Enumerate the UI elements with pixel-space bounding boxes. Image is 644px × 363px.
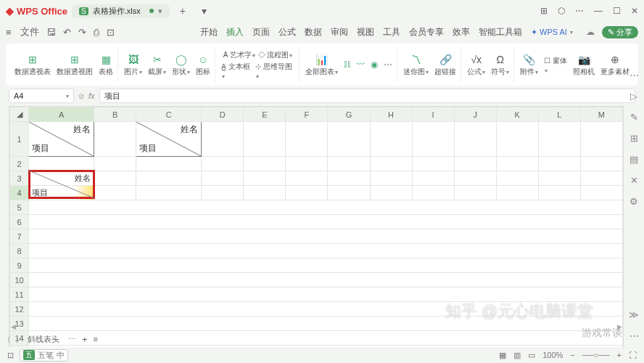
shapes-button[interactable]: ◯形状▾: [172, 53, 190, 77]
scroll-left-icon[interactable]: ◀: [9, 323, 17, 330]
cell[interactable]: [286, 186, 328, 200]
ime-indicator[interactable]: 五 五笔 中: [20, 349, 68, 362]
cell[interactable]: [286, 122, 328, 157]
menu-start[interactable]: 开始: [200, 26, 218, 38]
cell[interactable]: [29, 215, 623, 229]
cell[interactable]: [29, 200, 623, 215]
row-header-2[interactable]: 2: [10, 157, 29, 171]
zoom-out-icon[interactable]: −: [570, 351, 574, 359]
maximize-icon[interactable]: ☐: [613, 6, 621, 16]
row-header-3[interactable]: 3: [10, 171, 29, 186]
preview-icon[interactable]: ⊡: [107, 27, 115, 38]
hyperlink-button[interactable]: 🔗超链接: [434, 53, 456, 77]
file-menu[interactable]: 文件: [20, 25, 39, 38]
cell[interactable]: [580, 171, 622, 186]
print-icon[interactable]: ⎙: [94, 27, 99, 38]
cell-A3[interactable]: 姓名: [29, 171, 94, 186]
cell[interactable]: [412, 122, 454, 157]
close-icon[interactable]: ✕: [631, 6, 638, 16]
menu-insert[interactable]: 插入: [226, 26, 244, 38]
add-sheet-button[interactable]: +: [82, 334, 88, 345]
save-icon[interactable]: 🖫: [46, 27, 56, 38]
row-header-11[interactable]: 11: [10, 287, 29, 302]
menu-efficiency[interactable]: 效率: [453, 26, 470, 38]
menu-smart-toolbox[interactable]: 智能工具箱: [479, 26, 522, 38]
new-tab-button[interactable]: +: [174, 5, 191, 17]
cell[interactable]: [412, 157, 454, 171]
col-header-M[interactable]: M: [580, 107, 622, 122]
cell[interactable]: [202, 171, 244, 186]
col-header-H[interactable]: H: [370, 107, 412, 122]
cell[interactable]: [29, 157, 94, 171]
hamburger-icon[interactable]: ≡: [6, 27, 12, 38]
undo-icon[interactable]: ↶: [63, 27, 71, 38]
cell[interactable]: [328, 186, 370, 200]
view-normal-icon[interactable]: ▦: [499, 351, 506, 360]
cell[interactable]: [580, 157, 622, 171]
cell[interactable]: [29, 229, 623, 244]
view-page-icon[interactable]: ▥: [513, 351, 521, 360]
cell[interactable]: [29, 287, 623, 302]
col-header-D[interactable]: D: [202, 107, 244, 122]
textbox-button[interactable]: A̲ 文本框▾: [221, 62, 252, 80]
scroll-right-icon[interactable]: ▶: [615, 323, 624, 330]
share-button[interactable]: ✎ 分享: [602, 26, 638, 38]
cell[interactable]: [202, 157, 244, 171]
status-mode-icon[interactable]: ⊡: [7, 351, 14, 360]
cell[interactable]: [94, 171, 136, 186]
row-header-1[interactable]: 1: [10, 122, 29, 157]
cell[interactable]: [496, 157, 538, 171]
redo-icon[interactable]: ↷: [78, 27, 86, 38]
tab-dropdown-icon[interactable]: ▾: [158, 7, 162, 16]
rail-settings-icon[interactable]: ⚙: [629, 196, 638, 207]
cell[interactable]: [136, 157, 202, 171]
zoom-in-icon[interactable]: +: [617, 351, 622, 359]
chart-bar-icon[interactable]: 𝕀𝕝: [344, 60, 350, 70]
sheet-next-icon[interactable]: ⟩: [16, 335, 19, 344]
cell[interactable]: [370, 186, 412, 200]
attachment-button[interactable]: 📎附件▾: [520, 53, 538, 77]
rail-select-icon[interactable]: ▷: [630, 91, 637, 102]
cell[interactable]: [29, 273, 623, 287]
col-header-I[interactable]: I: [412, 107, 454, 122]
cell[interactable]: [580, 186, 622, 200]
zoom-level[interactable]: 100%: [542, 351, 563, 359]
cell[interactable]: [94, 122, 136, 157]
cell[interactable]: [454, 122, 496, 157]
cell[interactable]: [328, 122, 370, 157]
cell[interactable]: [94, 157, 136, 171]
cell[interactable]: [580, 122, 622, 157]
pivot-table-button[interactable]: ⊞数据透视表: [15, 53, 51, 77]
wps-ai-button[interactable]: ✦WPS AI▾: [531, 26, 573, 38]
all-charts-button[interactable]: 📊全部图表▾: [305, 53, 338, 77]
cell[interactable]: [29, 258, 623, 273]
cell[interactable]: [370, 122, 412, 157]
cell[interactable]: [202, 122, 244, 157]
more-material-button[interactable]: ⊕更多素材: [600, 53, 629, 77]
cloud-icon[interactable]: ☁: [586, 27, 595, 37]
app-icon-2[interactable]: ⬡: [558, 6, 565, 16]
cell[interactable]: [202, 186, 244, 200]
row-header-9[interactable]: 9: [10, 258, 29, 273]
name-box[interactable]: A4▾: [9, 89, 74, 103]
symbol-button[interactable]: Ω符号▾: [491, 53, 509, 77]
cell[interactable]: [286, 171, 328, 186]
camera-button[interactable]: 📷照相机: [573, 53, 595, 77]
flowchart-button[interactable]: ◇ 流程图▾: [258, 50, 293, 60]
zoom-slider[interactable]: ──○──: [582, 351, 610, 359]
cell-C1[interactable]: 姓名 项目: [136, 122, 202, 157]
menu-tools[interactable]: 工具: [383, 26, 400, 38]
sheet-list-icon[interactable]: ≡: [94, 335, 98, 343]
view-read-icon[interactable]: ▭: [528, 351, 535, 360]
col-header-A[interactable]: A: [29, 107, 94, 122]
menu-formula[interactable]: 公式: [278, 26, 296, 38]
rail-link-icon[interactable]: ✕: [630, 175, 638, 186]
rail-plus-icon[interactable]: ≫: [629, 309, 639, 320]
chart-more-icon[interactable]: ⋯: [384, 60, 392, 70]
cell[interactable]: [29, 244, 623, 258]
cell[interactable]: [538, 122, 580, 157]
col-header-F[interactable]: F: [286, 107, 328, 122]
row-header-10[interactable]: 10: [10, 273, 29, 287]
col-header-L[interactable]: L: [538, 107, 580, 122]
cell[interactable]: [328, 171, 370, 186]
